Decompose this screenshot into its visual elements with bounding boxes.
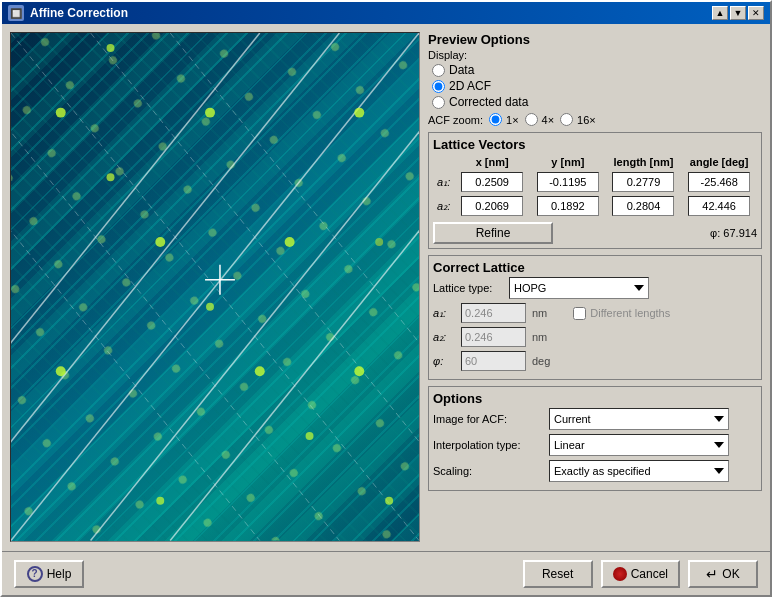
diff-lengths-label[interactable]: Different lengths — [573, 307, 670, 320]
diff-lengths-checkbox[interactable] — [573, 307, 586, 320]
a2-correct-label: a₂: — [433, 331, 455, 344]
a1-x-input[interactable] — [461, 172, 523, 192]
radio-data-label: Data — [449, 63, 474, 77]
lattice-type-select[interactable]: HOPG Square Hexagonal Custom — [509, 277, 649, 299]
radio-corrected[interactable]: Corrected data — [432, 95, 762, 109]
radio-2dacf[interactable]: 2D ACF — [432, 79, 762, 93]
help-button[interactable]: ? Help — [14, 560, 84, 588]
titlebar-buttons: ▲ ▼ ✕ — [712, 6, 764, 20]
acf-zoom-row: ACF zoom: 1× 4× 16× — [428, 113, 762, 126]
a2-y-input[interactable] — [537, 196, 599, 216]
display-radio-group: Data 2D ACF Corrected data — [432, 63, 762, 109]
window-title: Affine Correction — [30, 6, 128, 20]
radio-data[interactable]: Data — [432, 63, 762, 77]
lattice-overlay — [11, 33, 419, 541]
a2-x-input[interactable] — [461, 196, 523, 216]
refine-button[interactable]: Refine — [433, 222, 553, 244]
footer-right: Reset Cancel ↵ OK — [523, 560, 758, 588]
svg-point-18 — [306, 432, 314, 440]
reset-button[interactable]: Reset — [523, 560, 593, 588]
col-header-y: y [nm] — [530, 154, 606, 170]
ok-button[interactable]: ↵ OK — [688, 560, 758, 588]
lattice-type-row: Lattice type: HOPG Square Hexagonal Cust… — [433, 277, 757, 299]
ok-label: OK — [722, 567, 739, 581]
zoom-4x-label: 4× — [542, 114, 555, 126]
a1-y-input[interactable] — [537, 172, 599, 192]
col-header-x: x [nm] — [454, 154, 530, 170]
a2-y-cell — [530, 194, 606, 218]
col-header-angle: angle [deg] — [681, 154, 757, 170]
interp-row: Interpolation type: Linear Nearest Cubic — [433, 434, 757, 456]
radio-2dacf-input[interactable] — [432, 80, 445, 93]
interp-select[interactable]: Linear Nearest Cubic — [549, 434, 729, 456]
cancel-button[interactable]: Cancel — [601, 560, 680, 588]
image-acf-label: Image for ACF: — [433, 413, 543, 425]
svg-point-20 — [205, 108, 215, 118]
a2-correct-input[interactable] — [461, 327, 526, 347]
phi-correct-input[interactable] — [461, 351, 526, 371]
image-acf-row: Image for ACF: Current Previous All — [433, 408, 757, 430]
svg-point-26 — [385, 497, 393, 505]
a2-length-input[interactable] — [612, 196, 674, 216]
radio-2dacf-label: 2D ACF — [449, 79, 491, 93]
zoom-4x[interactable]: 4× — [525, 113, 555, 126]
window-icon: 🔲 — [8, 5, 24, 21]
right-panel: Preview Options Display: Data 2D ACF Cor… — [428, 32, 762, 543]
ok-icon: ↵ — [706, 566, 718, 582]
a2-label: a₂: — [433, 194, 454, 218]
zoom-16x[interactable]: 16× — [560, 113, 596, 126]
phi-correct-label: φ: — [433, 355, 455, 367]
lattice-section: Lattice Vectors x [nm] y [nm] length [nm… — [428, 132, 762, 249]
refine-row: Refine φ: 67.914 — [433, 222, 757, 244]
titlebar-left: 🔲 Affine Correction — [8, 5, 128, 21]
zoom-1x[interactable]: 1× — [489, 113, 519, 126]
a1-angle-cell — [681, 170, 757, 194]
cancel-label: Cancel — [631, 567, 668, 581]
radio-corrected-label: Corrected data — [449, 95, 528, 109]
phi-display: φ: 67.914 — [710, 227, 757, 239]
zoom-16x-label: 16× — [577, 114, 596, 126]
preview-title: Preview Options — [428, 32, 762, 47]
correct-lattice-section: Correct Lattice Lattice type: HOPG Squar… — [428, 255, 762, 380]
zoom-1x-input[interactable] — [489, 113, 502, 126]
image-acf-select[interactable]: Current Previous All — [549, 408, 729, 430]
image-panel — [10, 32, 420, 542]
titlebar-close-btn[interactable]: ✕ — [748, 6, 764, 20]
correct-lattice-title: Correct Lattice — [433, 260, 757, 275]
svg-point-13 — [56, 108, 66, 118]
zoom-4x-input[interactable] — [525, 113, 538, 126]
help-label: Help — [47, 567, 72, 581]
titlebar-down-btn[interactable]: ▼ — [730, 6, 746, 20]
radio-corrected-input[interactable] — [432, 96, 445, 109]
reset-label: Reset — [542, 567, 573, 581]
lattice-row-a2: a₂: — [433, 194, 757, 218]
svg-point-21 — [107, 44, 115, 52]
scaling-select[interactable]: Exactly as specified Preserve aspect rat… — [549, 460, 729, 482]
phi-row: φ: deg — [433, 351, 757, 371]
a1-row: a₁: nm Different lengths — [433, 303, 757, 323]
radio-data-input[interactable] — [432, 64, 445, 77]
titlebar: 🔲 Affine Correction ▲ ▼ ✕ — [2, 2, 770, 24]
svg-point-16 — [107, 173, 115, 181]
titlebar-up-btn[interactable]: ▲ — [712, 6, 728, 20]
a1-length-input[interactable] — [612, 172, 674, 192]
display-label: Display: — [428, 49, 762, 61]
svg-point-17 — [206, 303, 214, 311]
acf-zoom-label: ACF zoom: — [428, 114, 483, 126]
a1-correct-input[interactable] — [461, 303, 526, 323]
a2-angle-input[interactable] — [688, 196, 750, 216]
zoom-1x-label: 1× — [506, 114, 519, 126]
svg-point-24 — [156, 497, 164, 505]
a1-angle-input[interactable] — [688, 172, 750, 192]
main-content: Preview Options Display: Data 2D ACF Cor… — [2, 24, 770, 551]
svg-point-25 — [285, 237, 295, 247]
zoom-16x-input[interactable] — [560, 113, 573, 126]
a1-label: a₁: — [433, 170, 454, 194]
lattice-title: Lattice Vectors — [433, 137, 757, 152]
a2-unit: nm — [532, 331, 547, 343]
svg-point-19 — [354, 108, 364, 118]
footer-left: ? Help — [14, 560, 84, 588]
svg-point-23 — [354, 366, 364, 376]
a2-length-cell — [606, 194, 682, 218]
a1-unit: nm — [532, 307, 547, 319]
